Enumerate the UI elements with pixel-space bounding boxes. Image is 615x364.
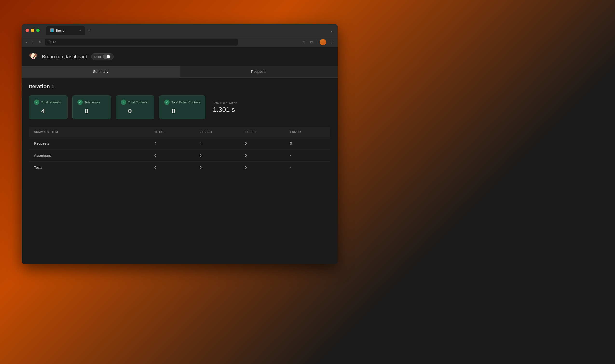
metric-card-header-errors: ✓ Total errors xyxy=(77,100,106,105)
window-more-icon[interactable]: ⌄ xyxy=(329,27,334,34)
tab-title: Bruno xyxy=(56,29,64,32)
address-bar-icon: ⓘ File xyxy=(48,40,56,44)
toolbar-divider xyxy=(317,40,317,45)
theme-label: Dark xyxy=(94,55,101,59)
address-bar-input[interactable] xyxy=(58,40,235,44)
check-icon-controls: ✓ xyxy=(121,100,126,105)
col-header-error: ERROR xyxy=(285,127,330,137)
table-row: Requests 4 4 0 0 xyxy=(29,137,330,149)
metric-card-failed-controls: ✓ Total Failed Controls 0 xyxy=(159,95,205,119)
browser-titlebar: 🌐 Bruno × + ⌄ xyxy=(22,24,338,37)
metric-card-header: ✓ Total requests xyxy=(34,100,63,105)
metric-value-errors: 0 xyxy=(77,107,106,115)
traffic-lights xyxy=(26,29,40,32)
row-passed-tests: 0 xyxy=(195,161,240,174)
app-title: Bruno run dashboard xyxy=(42,54,87,60)
metric-value-failed: 0 xyxy=(164,107,200,115)
metric-label-failed: Total Failed Controls xyxy=(172,101,200,104)
check-icon-errors: ✓ xyxy=(77,100,83,105)
metric-value-requests: 4 xyxy=(34,107,63,115)
tab-close-button[interactable]: × xyxy=(79,29,81,32)
row-item-requests: Requests xyxy=(29,137,150,149)
iteration-title: Iteration 1 xyxy=(29,83,330,90)
metric-cards: ✓ Total requests 4 ✓ Total errors 0 ✓ xyxy=(29,95,330,119)
address-bar[interactable]: ⓘ File xyxy=(45,39,238,46)
bookmark-icon[interactable]: ☆ xyxy=(301,39,306,45)
browser-tab-bruno[interactable]: 🌐 Bruno × xyxy=(46,26,85,35)
col-header-failed: FAILED xyxy=(240,127,285,137)
theme-toggle[interactable]: Dark xyxy=(91,53,114,60)
row-passed-requests: 4 xyxy=(195,137,240,149)
tab-favicon: 🌐 xyxy=(50,28,54,32)
row-total-tests: 0 xyxy=(149,161,195,174)
theme-toggle-switch[interactable] xyxy=(103,54,110,59)
row-error-requests: 0 xyxy=(285,137,330,149)
check-icon-failed: ✓ xyxy=(164,100,170,105)
row-passed-assertions: 0 xyxy=(195,149,240,161)
new-tab-button[interactable]: + xyxy=(86,27,92,34)
run-duration-value: 1.301 s xyxy=(213,106,237,114)
row-failed-assertions: 0 xyxy=(240,149,285,161)
col-header-item: SUMMARY ITEM xyxy=(29,127,150,137)
app-header: 🐶 Bruno run dashboard Dark xyxy=(22,47,338,66)
browser-window: 🌐 Bruno × + ⌄ ‹ › ↻ ⓘ File ☆ ⧉ ⋮ xyxy=(22,24,338,264)
metric-card-header-controls: ✓ Total Controls xyxy=(121,100,149,105)
tab-summary[interactable]: Summary xyxy=(22,66,180,77)
row-total-requests: 4 xyxy=(149,137,195,149)
close-button[interactable] xyxy=(26,29,29,32)
maximize-button[interactable] xyxy=(36,29,40,32)
metric-value-controls: 0 xyxy=(121,107,149,115)
table-row: Tests 0 0 0 - xyxy=(29,161,330,174)
browser-toolbar: ‹ › ↻ ⓘ File ☆ ⧉ ⋮ xyxy=(22,37,338,47)
toolbar-right: ☆ ⧉ ⋮ xyxy=(301,39,335,45)
row-item-tests: Tests xyxy=(29,161,150,174)
metric-label-controls: Total Controls xyxy=(128,101,147,104)
metric-card-total-errors: ✓ Total errors 0 xyxy=(72,95,111,119)
extensions-icon[interactable]: ⧉ xyxy=(309,39,314,45)
table-row: Assertions 0 0 0 - xyxy=(29,149,330,161)
row-failed-tests: 0 xyxy=(240,161,285,174)
row-failed-requests: 0 xyxy=(240,137,285,149)
col-header-passed: PASSED xyxy=(195,127,240,137)
minimize-button[interactable] xyxy=(31,29,34,32)
nav-refresh-button[interactable]: ↻ xyxy=(37,39,43,45)
summary-table: SUMMARY ITEM TOTAL PASSED FAILED ERROR R… xyxy=(29,127,330,174)
metric-card-total-controls: ✓ Total Controls 0 xyxy=(116,95,154,119)
metric-card-header-failed: ✓ Total Failed Controls xyxy=(164,100,200,105)
row-item-assertions: Assertions xyxy=(29,149,150,161)
row-total-assertions: 0 xyxy=(149,149,195,161)
dashboard-content: Iteration 1 ✓ Total requests 4 ✓ Total e… xyxy=(22,78,338,179)
metric-label: Total requests xyxy=(41,101,61,104)
check-icon: ✓ xyxy=(34,100,39,105)
nav-forward-button[interactable]: › xyxy=(31,39,35,45)
page-content: 🐶 Bruno run dashboard Dark Summary Reque… xyxy=(22,47,338,264)
row-error-assertions: - xyxy=(285,149,330,161)
nav-back-button[interactable]: ‹ xyxy=(25,39,29,45)
col-header-total: TOTAL xyxy=(149,127,195,137)
tab-bar: 🌐 Bruno × + xyxy=(46,26,92,35)
run-duration: Total run duration 1.301 s xyxy=(210,101,237,114)
tab-requests[interactable]: Requests xyxy=(180,66,338,77)
page-tabs: Summary Requests xyxy=(22,66,338,78)
run-duration-label: Total run duration xyxy=(213,101,237,105)
row-error-tests: - xyxy=(285,161,330,174)
browser-menu-icon[interactable]: ⋮ xyxy=(329,39,335,45)
app-logo: 🐶 xyxy=(29,52,38,61)
metric-label-errors: Total errors xyxy=(85,101,100,104)
profile-avatar[interactable] xyxy=(320,39,326,45)
metric-card-total-requests: ✓ Total requests 4 xyxy=(29,95,67,119)
